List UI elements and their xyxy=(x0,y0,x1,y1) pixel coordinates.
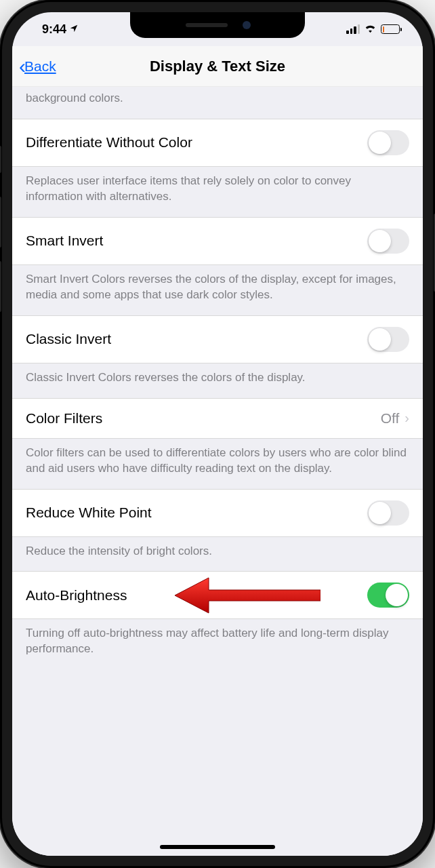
settings-content[interactable]: background colors. Differentiate Without… xyxy=(12,87,423,856)
home-indicator[interactable] xyxy=(160,845,275,849)
red-arrow-annotation-icon xyxy=(175,575,320,616)
differentiate-without-color-toggle[interactable] xyxy=(367,130,409,155)
color-filters-value: Off xyxy=(381,410,400,427)
smart-invert-footer: Smart Invert Colors reverses the colors … xyxy=(12,265,423,315)
row-label: Differentiate Without Color xyxy=(26,134,192,151)
color-filters-footer: Color filters can be used to differentia… xyxy=(12,439,423,489)
reduce-white-point-row[interactable]: Reduce White Point xyxy=(12,489,423,537)
row-label: Auto-Brightness xyxy=(26,587,127,604)
differentiate-footer: Replaces user interface items that rely … xyxy=(12,167,423,217)
auto-brightness-toggle[interactable] xyxy=(367,583,409,608)
partial-footer-text: background colors. xyxy=(12,87,423,119)
back-button[interactable]: ‹ Back xyxy=(19,56,56,77)
battery-icon xyxy=(381,24,400,34)
reduce-white-point-toggle[interactable] xyxy=(367,500,409,526)
smart-invert-row[interactable]: Smart Invert xyxy=(12,217,423,265)
mute-switch xyxy=(0,146,1,173)
classic-invert-toggle[interactable] xyxy=(367,327,409,352)
auto-brightness-row[interactable]: Auto-Brightness xyxy=(12,571,423,619)
volume-up-button xyxy=(0,197,1,248)
wifi-icon xyxy=(364,22,377,37)
smart-invert-toggle[interactable] xyxy=(367,229,409,254)
notch xyxy=(130,12,305,38)
classic-invert-footer: Classic Invert Colors reverses the color… xyxy=(12,363,423,398)
color-filters-row[interactable]: Color Filters Off › xyxy=(12,398,423,439)
row-label: Classic Invert xyxy=(26,331,111,347)
row-label: Reduce White Point xyxy=(26,505,152,521)
volume-down-button xyxy=(0,261,1,312)
nav-bar: ‹ Back Display & Text Size xyxy=(12,46,423,87)
status-time: 9:44 xyxy=(42,22,66,37)
chevron-right-icon: › xyxy=(405,410,409,426)
row-label: Color Filters xyxy=(26,410,102,427)
auto-brightness-footer: Turning off auto-brightness may affect b… xyxy=(12,619,423,669)
phone-frame: 9:44 ‹ Back Disp xyxy=(0,0,435,868)
back-label: Back xyxy=(24,58,56,75)
location-icon xyxy=(69,24,79,35)
row-label: Smart Invert xyxy=(26,233,103,249)
screen: 9:44 ‹ Back Disp xyxy=(12,12,423,856)
cellular-signal-icon xyxy=(346,24,360,34)
classic-invert-row[interactable]: Classic Invert xyxy=(12,315,423,363)
reduce-white-point-footer: Reduce the intensity of bright colors. xyxy=(12,537,423,572)
page-title: Display & Text Size xyxy=(150,58,285,75)
differentiate-without-color-row[interactable]: Differentiate Without Color xyxy=(12,119,423,167)
